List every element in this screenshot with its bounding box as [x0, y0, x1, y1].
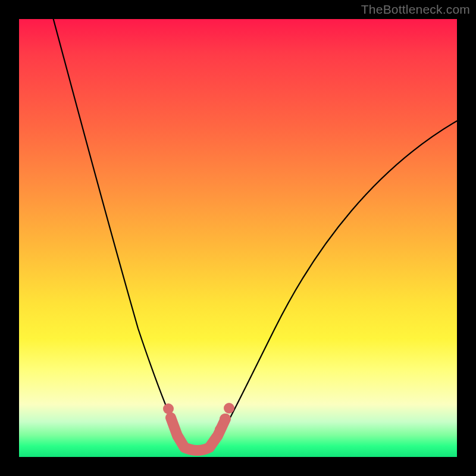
chart-frame: TheBottleneck.com	[0, 0, 476, 476]
marker-dot	[220, 414, 230, 424]
curve-layer	[19, 19, 457, 457]
marker-dot	[215, 424, 226, 435]
marker-dot	[224, 403, 234, 414]
bottleneck-curve	[52, 19, 457, 452]
marker-dot	[163, 403, 174, 414]
plot-area	[19, 19, 457, 457]
watermark-text: TheBottleneck.com	[361, 2, 470, 17]
